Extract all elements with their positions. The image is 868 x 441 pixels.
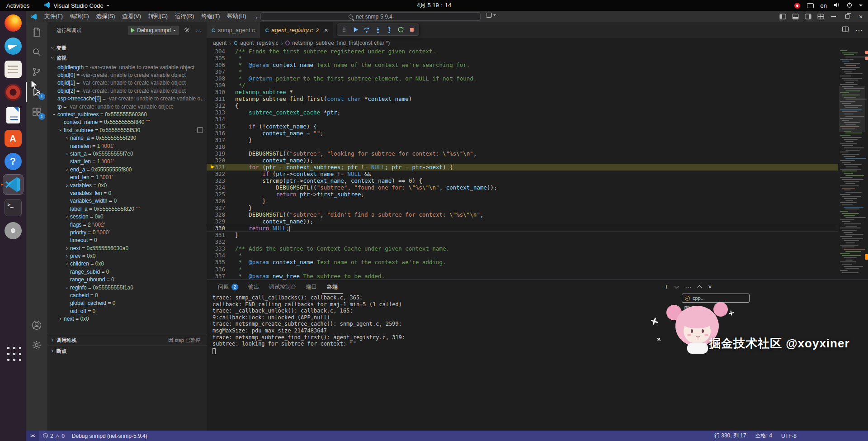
code-line[interactable]: 329 context_name)); — [207, 218, 838, 225]
line-number[interactable]: 324 — [207, 184, 235, 191]
libreoffice-dock-icon[interactable] — [3, 105, 24, 126]
code-line[interactable]: 331} — [207, 232, 838, 238]
more-actions-icon[interactable]: ··· — [194, 27, 203, 34]
sidebar-item-search[interactable] — [26, 42, 47, 62]
line-number[interactable]: 325 — [207, 191, 235, 198]
line-number[interactable]: 329 — [207, 218, 235, 225]
breadcrumb-file[interactable]: agent_registry.c — [240, 40, 278, 46]
line-number[interactable]: 315 — [207, 123, 235, 130]
show-apps-button[interactable] — [3, 342, 24, 363]
chevron-right-icon[interactable]: › — [64, 245, 70, 251]
more-actions-icon[interactable]: ··· — [855, 26, 863, 34]
watch-row[interactable]: objidlength = -var-create: unable to cre… — [47, 63, 207, 71]
stop-button[interactable] — [408, 26, 416, 34]
keyboard-layout-indicator[interactable]: en — [821, 2, 827, 9]
chevron-down-icon[interactable]: › — [51, 111, 57, 118]
watch-row[interactable]: end_len = 1 '\001' — [47, 173, 207, 181]
code-line[interactable]: 333/** Adds the subtree to Context Cache… — [207, 245, 838, 252]
line-number[interactable]: 308 — [207, 75, 235, 82]
toggle-secondary-sidebar-icon[interactable] — [802, 11, 814, 22]
line-number[interactable]: 323 — [207, 177, 235, 184]
sidebar-item-source-control[interactable] — [26, 62, 47, 82]
line-number[interactable]: 336 — [207, 266, 235, 273]
step-out-button[interactable] — [385, 26, 393, 34]
menu-item[interactable]: 运行(R) — [171, 11, 198, 22]
watch-row[interactable]: ›children = 0x0 — [47, 260, 207, 268]
customize-layout-icon[interactable] — [815, 11, 826, 22]
line-number[interactable]: 309 — [207, 82, 235, 89]
watch-row[interactable]: ›next = 0x5555556030a0 — [47, 244, 207, 252]
tab-ports[interactable]: 端口 — [301, 280, 322, 294]
line-number[interactable]: 337 — [207, 273, 235, 280]
split-editor-icon[interactable] — [842, 26, 849, 34]
chevron-right-icon[interactable]: › — [64, 213, 70, 220]
code-line[interactable]: 323 strcmp(ptr->context_name, context_na… — [207, 177, 838, 184]
line-number[interactable]: 331 — [207, 232, 235, 238]
line-number[interactable]: 306 — [207, 62, 235, 68]
code-line[interactable]: 315 if (!context_name) { — [207, 123, 838, 130]
watch-row[interactable]: timeout = 0 — [47, 237, 207, 244]
drag-handle-icon[interactable] — [340, 26, 348, 34]
code-line[interactable]: 326 } — [207, 198, 838, 204]
code-line[interactable]: 328 DEBUGMSGTL(("subtree", "didn't find … — [207, 211, 838, 218]
encoding-status[interactable]: UTF-8 — [778, 431, 800, 441]
help-dock-icon[interactable] — [3, 151, 24, 172]
restore-button[interactable] — [841, 11, 854, 22]
code-line[interactable]: 334 * — [207, 252, 838, 259]
continue-button[interactable] — [351, 26, 359, 34]
line-number[interactable]: 307 — [207, 68, 235, 75]
watch-row[interactable]: asp->treecache[0] = -var-create: unable … — [47, 95, 207, 103]
chevron-right-icon[interactable]: › — [64, 285, 70, 291]
code-line[interactable]: 314 — [207, 116, 838, 123]
chevron-right-icon[interactable]: › — [64, 135, 70, 141]
menu-item[interactable]: 帮助(H) — [223, 11, 250, 22]
code-line[interactable]: 309 */ — [207, 82, 838, 89]
line-number[interactable]: 322 — [207, 171, 235, 177]
line-number[interactable]: 304 — [207, 48, 235, 55]
breadcrumb-symbol[interactable]: netsnmp_subtree_find_first(const char *) — [292, 40, 390, 46]
code-line[interactable]: 324 DEBUGMSGTL(("subtree", "found one fo… — [207, 184, 838, 191]
code-line[interactable]: 327 } — [207, 204, 838, 211]
menu-item[interactable]: 查看(V) — [118, 11, 145, 22]
system-tray[interactable]: en — [794, 0, 868, 11]
line-number[interactable]: 321 — [207, 164, 235, 171]
new-terminal-icon[interactable]: + — [665, 283, 668, 290]
menu-item[interactable]: 编辑(E) — [66, 11, 93, 22]
minimap[interactable] — [839, 48, 865, 280]
minimap-slider[interactable] — [839, 86, 865, 132]
code-line[interactable]: 321 for (ptr = context_subtrees; ptr != … — [207, 164, 838, 171]
line-number[interactable]: 313 — [207, 109, 235, 116]
vscode-dock-icon[interactable] — [3, 174, 24, 195]
activities-button[interactable]: Activities — [0, 0, 36, 11]
watch-row[interactable]: ›next = 0x0 — [47, 315, 207, 323]
watch-row[interactable]: ›prev = 0x0 — [47, 252, 207, 260]
menu-item[interactable]: 选择(S) — [93, 11, 119, 22]
tab-snmp-agent[interactable]: C snmp_agent.c — [207, 22, 260, 38]
watch-row[interactable]: variables_len = 0 — [47, 189, 207, 197]
disks-dock-icon[interactable] — [3, 220, 24, 241]
watch-row[interactable]: ›context_subtrees = 0x555555560360 — [47, 110, 207, 118]
close-icon[interactable]: × — [324, 27, 328, 34]
watch-row[interactable]: ›end_a = 0x55555555f800 — [47, 166, 207, 173]
more-actions-icon[interactable]: ··· — [685, 283, 691, 290]
menu-item[interactable]: 终端(T) — [198, 11, 223, 22]
tab-terminal[interactable]: 终端 — [322, 280, 343, 294]
code-editor[interactable]: 304/** Finds the first subtree registere… — [207, 48, 868, 280]
code-line[interactable]: 316 context_name = ""; — [207, 130, 838, 137]
tab-output[interactable]: 输出 — [243, 280, 264, 294]
code-line[interactable]: 308 * @return pointer to the first subtr… — [207, 75, 838, 82]
media-player-dock-icon[interactable] — [3, 82, 24, 103]
account-button[interactable] — [26, 315, 47, 335]
files-dock-icon[interactable] — [3, 59, 24, 80]
step-over-button[interactable] — [363, 26, 371, 34]
code-line[interactable]: 337 * @param new_tree The subtree to be … — [207, 273, 838, 280]
menu-item[interactable]: 转到(G) — [145, 11, 171, 22]
toggle-sidebar-icon[interactable] — [777, 11, 788, 22]
app-menu[interactable]: Visual Studio Code — [44, 2, 109, 9]
chevron-right-icon[interactable]: › — [64, 151, 70, 157]
callstack-section-header[interactable]: › 调用堆栈 因 step 已暂停 — [47, 335, 207, 346]
line-number[interactable]: 330 — [207, 225, 235, 232]
line-number[interactable]: 320 — [207, 157, 235, 164]
cursor-position-status[interactable]: 行 330, 列 17 — [711, 431, 750, 441]
watch-row[interactable]: label_a = 0x55555555f820 "" — [47, 205, 207, 213]
